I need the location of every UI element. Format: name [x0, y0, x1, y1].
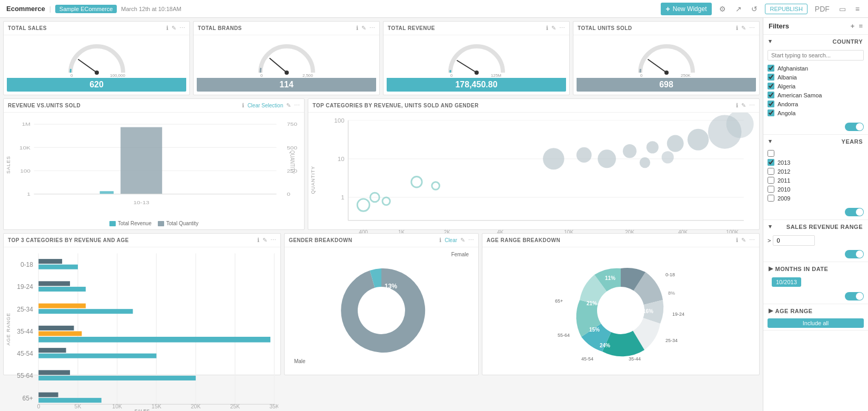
year-2012-checkbox[interactable]	[768, 168, 774, 175]
angola-checkbox[interactable]	[768, 109, 774, 116]
svg-text:15%: 15%	[589, 327, 600, 333]
republish-button[interactable]: REPUBLISH	[765, 4, 807, 14]
svg-rect-90	[38, 326, 74, 330]
edit-icon[interactable]: ✎	[361, 25, 366, 32]
main-layout: TOTAL SALES ℹ ✎ ⋯ 0	[0, 18, 868, 411]
year-2009-checkbox[interactable]	[768, 195, 774, 202]
top3-title: TOP 3 CATEGORIES BY REVENUE AND AGE	[8, 237, 129, 243]
edit-icon[interactable]: ✎	[551, 25, 556, 32]
years-toggle-switch[interactable]	[845, 208, 864, 216]
svg-text:100,000: 100,000	[110, 73, 125, 78]
months-tag-container: 10/2013	[763, 275, 868, 290]
total-sales-widget: TOTAL SALES ℹ ✎ ⋯ 0	[3, 21, 190, 95]
edit-icon[interactable]: ✎	[286, 102, 291, 109]
more-icon[interactable]: ⋯	[749, 102, 755, 109]
more-icon[interactable]: ⋯	[369, 25, 375, 32]
country-section-header[interactable]: ▾ COUNTRY	[763, 35, 868, 48]
age-range-header[interactable]: ▶ Age Range	[763, 304, 868, 317]
afghanistan-checkbox[interactable]	[768, 65, 774, 72]
info-icon[interactable]: ℹ	[736, 237, 738, 244]
more-icon[interactable]: ⋯	[294, 102, 300, 109]
filters-header-actions: + ≡	[851, 22, 863, 30]
clear-selection-btn-2[interactable]: Clear	[445, 237, 457, 244]
share-icon[interactable]: ↗	[733, 4, 744, 14]
info-icon[interactable]: ℹ	[546, 25, 548, 32]
age-range-section: ▶ Age Range Include all	[763, 304, 868, 330]
total-units-header: TOTAL UNITS SOLD ℹ ✎ ⋯	[573, 22, 759, 35]
dashboard: TOTAL SALES ℹ ✎ ⋯ 0	[0, 18, 763, 411]
charts-row-3: TOP 3 CATEGORIES BY REVENUE AND AGE ℹ ✎ …	[3, 233, 760, 375]
info-icon[interactable]: ℹ	[439, 237, 441, 244]
revenue-units-body: SALES 1M 10K	[4, 113, 304, 228]
info-icon[interactable]: ℹ	[242, 102, 244, 109]
info-icon[interactable]: ℹ	[257, 237, 259, 244]
svg-point-48	[382, 197, 390, 205]
revenue-units-header: REVENUE vs.UNITS SOLD ℹ Clear Selection …	[4, 99, 304, 113]
country-search-input[interactable]	[768, 50, 864, 61]
settings-icon[interactable]: ⚙	[717, 4, 728, 14]
filter-item-2010: 2010	[768, 185, 864, 194]
new-widget-button[interactable]: + New Widget	[661, 3, 712, 15]
svg-point-6	[475, 71, 479, 75]
svg-point-56	[667, 135, 684, 152]
info-icon[interactable]: ℹ	[356, 25, 358, 32]
edit-icon[interactable]: ✎	[460, 237, 465, 244]
algeria-checkbox[interactable]	[768, 83, 774, 89]
american-samoa-checkbox[interactable]	[768, 92, 774, 98]
edit-icon[interactable]: ✎	[741, 237, 746, 244]
andorra-checkbox[interactable]	[768, 101, 774, 107]
months-toggle-switch[interactable]	[845, 292, 864, 300]
more-icon[interactable]: ⋯	[749, 237, 755, 244]
widget-actions-3: ℹ ✎ ⋯	[546, 25, 565, 32]
revenue-value-input[interactable]	[773, 235, 815, 246]
filter-item-algeria: Algeria	[768, 82, 864, 91]
svg-rect-87	[38, 287, 86, 292]
svg-rect-91	[38, 331, 82, 336]
years-section-header[interactable]: ▾ YEARS	[763, 135, 868, 148]
year-2011-checkbox[interactable]	[768, 177, 774, 184]
years-filter-section: ▾ YEARS 2013 2012 2011	[763, 135, 868, 220]
edit-icon[interactable]: ✎	[263, 237, 267, 244]
total-brands-content: 0 2,500 114	[194, 35, 379, 95]
sample-label[interactable]: Sample ECommerce	[55, 5, 117, 13]
menu-icon[interactable]: ≡	[853, 4, 862, 14]
years-arrow: ▾	[769, 138, 772, 145]
info-icon[interactable]: ℹ	[736, 102, 738, 109]
unchecked-year-checkbox[interactable]	[768, 150, 774, 157]
year-2010-checkbox[interactable]	[768, 186, 774, 193]
layout-icon[interactable]: ▭	[837, 4, 848, 14]
filters-title: Filters	[769, 22, 789, 30]
revenue-toggle-switch[interactable]	[845, 250, 864, 258]
gauge-container-3: 0 125M 178,450.80	[387, 38, 566, 92]
more-filter-icon[interactable]: ≡	[859, 22, 863, 30]
info-icon[interactable]: ℹ	[166, 25, 168, 32]
add-filter-icon[interactable]: +	[851, 22, 855, 30]
edit-icon[interactable]: ✎	[171, 25, 176, 32]
total-brands-widget: TOTAL BRANDS ℹ ✎ ⋯ 0	[193, 21, 380, 95]
albania-checkbox[interactable]	[768, 74, 774, 81]
filter-item-2012: 2012	[768, 167, 864, 176]
more-icon[interactable]: ⋯	[179, 25, 185, 32]
edit-icon[interactable]: ✎	[741, 102, 746, 109]
months-header[interactable]: ▶ Months in Date	[763, 262, 868, 275]
american-samoa-label: American Samoa	[778, 92, 822, 98]
months-tag[interactable]: 10/2013	[772, 277, 801, 287]
more-icon[interactable]: ⋯	[270, 237, 276, 244]
filter-item-2009: 2009	[768, 194, 864, 203]
more-icon[interactable]: ⋯	[559, 25, 565, 32]
revenue-section-header[interactable]: ▾ SALES REVENUE RANGE	[763, 220, 868, 233]
country-toggle-switch[interactable]	[845, 123, 864, 131]
edit-icon[interactable]: ✎	[741, 25, 746, 32]
more-icon[interactable]: ⋯	[749, 25, 755, 32]
year-2013-checkbox[interactable]	[768, 159, 774, 166]
algeria-label: Algeria	[778, 83, 795, 89]
pdf-icon[interactable]: PDF	[813, 4, 832, 14]
svg-point-49	[411, 176, 422, 187]
scatter-body: QUANTITY 100 10	[308, 113, 759, 228]
include-all-button[interactable]: Include all	[768, 318, 864, 328]
svg-point-60	[662, 151, 674, 163]
info-icon[interactable]: ℹ	[736, 25, 738, 32]
undo-icon[interactable]: ↺	[749, 4, 760, 14]
clear-selection-button[interactable]: Clear Selection	[247, 102, 283, 109]
more-icon[interactable]: ⋯	[468, 237, 474, 244]
